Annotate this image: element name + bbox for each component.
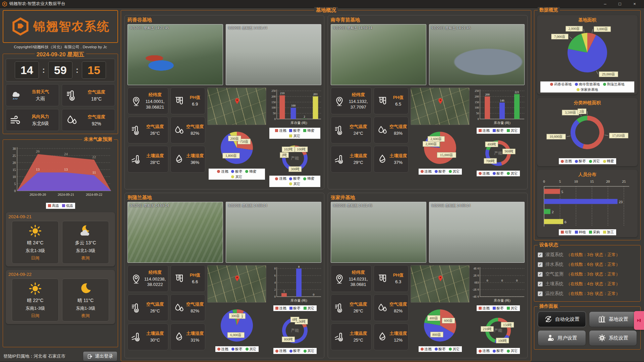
sensor-icon <box>377 95 388 107</box>
sensor-label: PH值 <box>393 95 404 101</box>
sensor-value: 114.00238, 38.0222 <box>144 277 166 288</box>
sensor-icon <box>334 302 345 313</box>
svg-text:210: 210 <box>280 92 285 95</box>
base-panel: 药香谷基地 9月20日 星期五 14:21:45 9月20日 星期五 14:21… <box>124 15 324 189</box>
logout-icon <box>87 354 93 359</box>
clock-seconds: 15 <box>82 61 106 79</box>
device-list: 灌溉系统 （在线数：3台 状态：正常） 排水系统 （在线数：6台 状态：正常） … <box>538 250 637 299</box>
camera-feed[interactable]: 9月20日 星期五 14:21:45 <box>429 24 525 85</box>
map-thumbnail[interactable] <box>207 265 266 303</box>
planting-pie-chart: 750亩1,800亩200亩连翘酸枣蜂蜜其它 <box>207 127 266 180</box>
base-panel: 张家井基地 9月20日 星期五 14:21:45 9月20日 星期五 14:59… <box>328 193 528 358</box>
sensor-icon <box>377 273 388 284</box>
device-checkbox[interactable] <box>538 282 543 287</box>
weather-label: 空气温度 <box>88 89 105 95</box>
sensor-card: PH值 6.6 <box>170 265 205 292</box>
svg-text:600亩: 600亩 <box>444 319 453 322</box>
sensor-card: PH值 6.5 <box>374 87 409 114</box>
logout-button[interactable]: 退出登录 <box>83 351 117 361</box>
camera-feed[interactable]: 9月20日 星期五 14:59:14 <box>429 202 525 263</box>
forecast-period-tag: 日间 <box>31 255 40 261</box>
forecast-weather-icon <box>28 281 43 296</box>
chart-canvas: 3,000亩29,000亩7,000亩2,000亩 <box>539 24 636 81</box>
map-thumbnail[interactable] <box>207 87 266 125</box>
map-thumbnail[interactable] <box>411 87 470 125</box>
device-row: 土壤系统 （在线数：4台 状态：正常） <box>538 279 637 289</box>
camera-feed[interactable]: 9月20日 星期五 14:59:14 <box>226 202 321 263</box>
chart-canvas: 0510152025302624221313112024-09-202024-0… <box>7 144 114 202</box>
device-name: 空气监测 <box>545 271 564 277</box>
base-name: 张家井基地 <box>331 194 525 201</box>
legend-item: 酸枣 <box>493 171 504 176</box>
ops-button[interactable]: 系统设置 <box>589 330 637 346</box>
svg-text:2024-09-22: 2024-09-22 <box>86 193 102 196</box>
chart-canvas: 产能900吨700吨400吨 <box>470 136 526 170</box>
legend-item: 酸枣 <box>435 169 446 174</box>
svg-text:3,500亩: 3,500亩 <box>565 111 576 115</box>
svg-text:250: 250 <box>271 89 276 93</box>
svg-text:2亩: 2亩 <box>579 110 585 113</box>
camera-row: 9月20日 星期五 14:21:45 9月20日 星期五 14:21:44 <box>127 24 321 85</box>
camera-feed[interactable]: 9月20日 星期五 14:59:14 <box>127 202 223 263</box>
current-date: 2024-09-20 星期五 <box>35 51 86 58</box>
sensor-label: 经纬度 <box>352 92 365 98</box>
minimize-button[interactable]: – <box>598 1 612 6</box>
svg-text:产能: 产能 <box>291 156 299 161</box>
device-row: 温控系统 （在线数：3台 状态：正常） <box>538 289 637 299</box>
inventory-bar-chart: 0501001502002502101002201库存量 (吨)连翘酸枣蜂蜜其它 <box>268 87 321 139</box>
legend-item: 其它 <box>449 169 460 174</box>
ops-button[interactable]: 用户设置 <box>538 330 586 346</box>
sensor-icon <box>377 124 388 136</box>
camera-feed[interactable]: 9月20日 星期五 14:21:45 <box>331 202 426 263</box>
legend-item: 其它 <box>289 134 300 138</box>
svg-text:3,000亩: 3,000亩 <box>597 27 608 31</box>
base-name: 南寺育苗基地 <box>331 17 525 23</box>
sensor-label: 土壤湿度 <box>389 330 407 337</box>
chart-legend: 连翘酸枣其它 <box>477 128 520 134</box>
camera-feed[interactable]: 9月20日 星期五 14:21:45 <box>127 24 223 85</box>
device-checkbox[interactable] <box>538 252 543 257</box>
weather-label: 空气湿度 <box>88 114 105 120</box>
forecast-wind: 东北1-3级 <box>76 248 95 254</box>
weather-value: 大雨 <box>36 96 45 102</box>
close-button[interactable]: × <box>627 1 642 6</box>
camera-feed[interactable]: 9月20日 星期五 14:21:44 <box>226 24 321 85</box>
forecast-day-card: 2024-09-22 晴 22°C 东南1-3级 日间 <box>6 270 115 324</box>
chart-legend: 高温低温 <box>46 203 75 209</box>
svg-text:0E0: 0E0 <box>474 281 479 284</box>
svg-text:102吨: 102吨 <box>284 148 292 152</box>
device-checkbox[interactable] <box>538 291 543 296</box>
legend-item: 荆蒲兰基地 <box>603 82 625 87</box>
camera-feed[interactable]: 9月20日 星期五 14:59:14 <box>331 24 426 85</box>
svg-text:100: 100 <box>291 104 296 107</box>
forecast-condition: 晴 11°C <box>77 298 94 304</box>
legend-item: 蜂蜜 <box>245 169 256 174</box>
legend-item: 酸枣 <box>493 306 504 311</box>
floating-widget[interactable] <box>634 311 644 330</box>
svg-text:13: 13 <box>64 167 68 171</box>
sensor-icon <box>334 154 345 165</box>
sensor-card: 空气湿度 83% <box>374 117 409 143</box>
device-checkbox[interactable] <box>538 272 543 277</box>
base-panel: 南寺育苗基地 9月20日 星期五 14:59:14 9月20日 星期五 14:2… <box>328 15 528 189</box>
ops-button[interactable]: 自动化设置 <box>538 311 586 327</box>
svg-text:5: 5 <box>561 189 564 193</box>
sensor-card: 空气温度 24°C <box>331 117 372 143</box>
sensor-icon <box>130 154 142 165</box>
maximize-button[interactable]: □ <box>612 1 627 6</box>
forecast-period-tag: 夜间 <box>82 313 90 319</box>
map-thumbnail[interactable] <box>411 265 470 303</box>
sensor-icon <box>173 124 185 136</box>
svg-text:2024-09-21: 2024-09-21 <box>58 193 74 196</box>
chart-canvas: 0501001502002502101002201库存量 (吨) <box>267 87 323 127</box>
sensor-value: 82% <box>191 308 199 314</box>
sensor-value: 83% <box>394 131 402 136</box>
svg-text:2024-09-20: 2024-09-20 <box>30 193 46 196</box>
device-checkbox[interactable] <box>538 262 543 267</box>
sensor-grid: 经纬度 114.00238, 38.0222 PH值 6.6 <box>127 265 205 356</box>
svg-text:26: 26 <box>36 149 40 153</box>
clock-minutes: 59 <box>48 61 72 79</box>
sensor-value: 82% <box>394 308 402 314</box>
svg-text:15,000亩: 15,000亩 <box>440 153 453 157</box>
ops-button[interactable]: 基地设置 <box>589 311 637 327</box>
